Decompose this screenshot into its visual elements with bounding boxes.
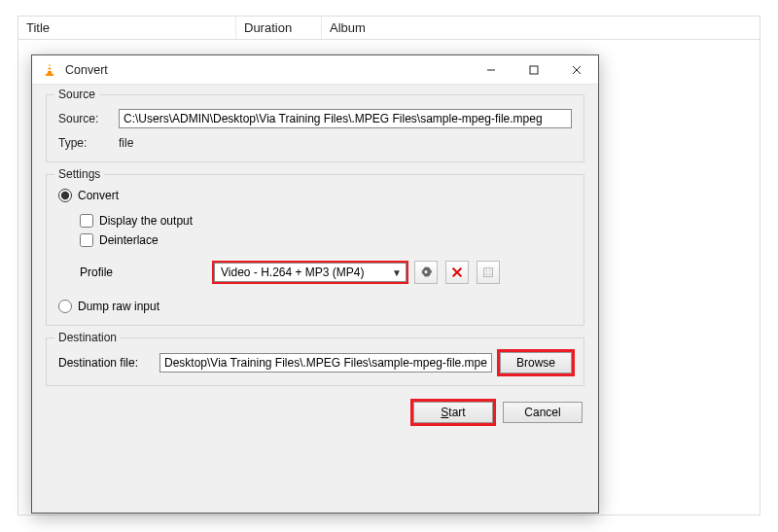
- display-output-checkbox[interactable]: Display the output: [80, 214, 572, 228]
- maximize-button[interactable]: [513, 55, 555, 85]
- chevron-down-icon: ▼: [390, 267, 404, 278]
- destination-label: Destination file:: [58, 356, 152, 370]
- convert-radio-label: Convert: [78, 189, 119, 202]
- start-button[interactable]: Start: [413, 402, 493, 423]
- titlebar: Convert: [32, 55, 598, 85]
- source-input[interactable]: [119, 109, 572, 128]
- minimize-button[interactable]: [470, 55, 513, 85]
- settings-legend: Settings: [54, 167, 104, 181]
- type-label: Type:: [58, 136, 111, 150]
- profile-selected: Video - H.264 + MP3 (MP4): [221, 266, 365, 279]
- dump-raw-label: Dump raw input: [78, 300, 159, 313]
- delete-profile-button[interactable]: [445, 261, 469, 284]
- svg-rect-2: [46, 74, 53, 76]
- edit-profile-button[interactable]: [414, 261, 438, 284]
- convert-radio-input[interactable]: [58, 189, 72, 202]
- convert-dialog: Convert Source Source: Type: file Settin…: [31, 54, 599, 514]
- destination-input[interactable]: [159, 353, 492, 372]
- type-value: file: [119, 136, 133, 150]
- convert-radio[interactable]: Convert: [58, 189, 572, 202]
- settings-group: Settings Convert Display the output Dein…: [46, 174, 584, 326]
- deinterlace-label: Deinterlace: [99, 233, 159, 247]
- profile-row: Profile Video - H.264 + MP3 (MP4) ▼: [80, 261, 572, 284]
- svg-rect-13: [489, 273, 491, 275]
- display-output-input[interactable]: [80, 214, 93, 228]
- svg-rect-9: [484, 268, 493, 277]
- svg-rect-12: [485, 273, 487, 275]
- source-legend: Source: [54, 88, 99, 101]
- svg-rect-0: [48, 66, 51, 68]
- profile-dropdown[interactable]: Video - H.264 + MP3 (MP4) ▼: [214, 263, 407, 282]
- dump-raw-radio[interactable]: Dump raw input: [58, 300, 572, 313]
- header-title[interactable]: Title: [18, 17, 236, 39]
- playlist-header: Title Duration Album: [18, 17, 760, 40]
- source-label: Source:: [58, 112, 111, 125]
- start-rest: tart: [448, 406, 465, 419]
- vlc-cone-icon: [42, 62, 57, 78]
- new-profile-button[interactable]: [477, 261, 500, 284]
- destination-group: Destination Destination file: Browse: [46, 337, 584, 386]
- svg-rect-10: [485, 269, 487, 271]
- display-output-label: Display the output: [99, 214, 193, 228]
- dump-raw-input[interactable]: [58, 300, 72, 313]
- destination-legend: Destination: [54, 331, 121, 344]
- header-duration[interactable]: Duration: [236, 17, 322, 39]
- close-button[interactable]: [555, 55, 598, 85]
- deinterlace-input[interactable]: [80, 233, 93, 247]
- deinterlace-checkbox[interactable]: Deinterlace: [80, 233, 572, 247]
- svg-rect-4: [530, 66, 538, 74]
- dialog-footer: Start Cancel: [46, 398, 584, 423]
- source-group: Source Source: Type: file: [46, 94, 584, 162]
- svg-rect-11: [489, 269, 491, 271]
- browse-button[interactable]: Browse: [500, 352, 572, 373]
- svg-rect-1: [48, 69, 53, 71]
- profile-label: Profile: [80, 266, 206, 279]
- header-album[interactable]: Album: [322, 17, 760, 39]
- dialog-title: Convert: [65, 63, 470, 77]
- cancel-button[interactable]: Cancel: [503, 402, 583, 423]
